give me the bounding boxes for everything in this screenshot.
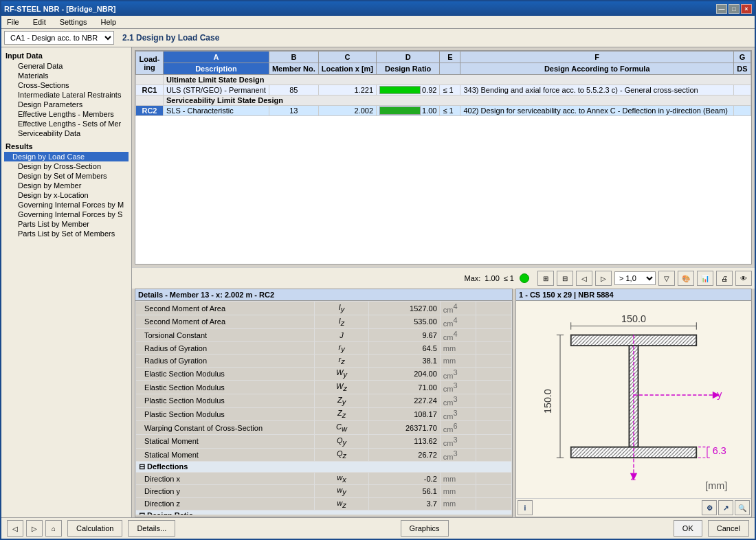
ctrl-btn-view[interactable]: 👁	[735, 271, 752, 286]
window-title: RF-STEEL NBR - [Bridge_NBR]	[4, 5, 115, 13]
detail-value-j: 9.67	[368, 328, 440, 342]
sls-label: Serviceability Limit State Design	[164, 95, 751, 106]
filter-dropdown[interactable]: > 1,0	[614, 271, 656, 285]
info-button[interactable]: i	[518, 500, 533, 515]
ctrl-btn-color[interactable]: 🎨	[678, 271, 694, 286]
graphics-export-btn[interactable]: ↗	[718, 500, 733, 515]
details-button[interactable]: Details...	[128, 520, 175, 537]
detail-unit-wy2: mm	[440, 485, 476, 497]
detail-unit-iy: cm4	[440, 302, 476, 315]
sidebar-item-serviceability[interactable]: Serviceability Data	[4, 128, 129, 138]
sidebar-item-materials[interactable]: Materials	[4, 71, 129, 80]
sidebar-section-results: Results	[4, 141, 129, 152]
close-button[interactable]: ×	[741, 4, 752, 14]
ctrl-btn-chart[interactable]: 📊	[697, 271, 713, 286]
maximize-button[interactable]: □	[729, 4, 740, 14]
sidebar-section-input: Input Data	[4, 50, 129, 61]
sidebar-item-parts-list-member[interactable]: Parts List by Member	[4, 219, 129, 229]
ctrl-btn-prev[interactable]: ◁	[576, 271, 592, 286]
th-design-ratio: Design Ratio	[377, 63, 440, 75]
sidebar-item-design-cross-section[interactable]: Design by Cross-Section	[4, 161, 129, 171]
detail-symbol-j: J	[315, 328, 368, 342]
max-label: Max:	[465, 274, 481, 282]
minimize-button[interactable]: —	[716, 4, 727, 14]
detail-row-qz: Statical Moment Qz 26.72 cm3	[136, 448, 512, 462]
cancel-button[interactable]: Cancel	[708, 520, 749, 537]
green-circle-icon	[520, 273, 529, 283]
detail-unit-rz: mm	[440, 355, 476, 367]
detail-unit-wy: cm3	[440, 367, 476, 381]
ctrl-btn-copy[interactable]: ⊞	[537, 271, 554, 286]
max-le: ≤ 1	[504, 274, 514, 282]
detail-unit-wz: cm3	[440, 381, 476, 394]
sidebar-item-design-set-members[interactable]: Design by Set of Members	[4, 171, 129, 181]
controls-bar: Max: 1.00 ≤ 1 ⊞ ⊟ ◁ ▷ > 1,0 ▽ 🎨 📊 🖨 👁	[132, 267, 755, 289]
graphics-button[interactable]: Graphics	[401, 520, 449, 537]
sidebar-item-general-data[interactable]: General Data	[4, 61, 129, 71]
ctrl-btn-next[interactable]: ▷	[595, 271, 612, 286]
rc2-le: ≤ 1	[440, 106, 460, 116]
ok-button[interactable]: OK	[674, 520, 702, 537]
detail-value-ry: 64.5	[368, 342, 440, 355]
detail-value-zz: 108.17	[368, 407, 440, 421]
lower-area: Details - Member 13 - x: 2.002 m - RC2	[132, 289, 755, 517]
detail-symbol-wy2: wy	[315, 485, 368, 497]
detail-unit-cw: cm6	[440, 421, 476, 435]
sidebar-item-eff-lengths-sets[interactable]: Effective Lengths - Sets of Mer	[4, 119, 129, 128]
sidebar-item-lateral-restraints[interactable]: Intermediate Lateral Restraints	[4, 90, 129, 100]
table-row-rc2[interactable]: RC2 SLS - Characteristic 13 2.002 1.00	[136, 106, 751, 116]
menu-file[interactable]: File	[4, 16, 22, 27]
ctrl-btn-filter[interactable]: ▽	[658, 271, 675, 286]
th-a[interactable]: A	[164, 52, 269, 63]
detail-label-wx: Direction x	[136, 473, 315, 485]
table-container: Load-ing A B C D E F G Description	[135, 50, 752, 265]
ctrl-btn-print[interactable]: 🖨	[716, 271, 733, 286]
detail-value-qy: 113.62	[368, 434, 440, 448]
ca-dropdown[interactable]: CA1 - Design acc. to NBR	[4, 31, 114, 45]
sidebar-item-design-parameters[interactable]: Design Parameters	[4, 100, 129, 109]
graphics-zoom-btn[interactable]: 🔍	[735, 500, 750, 515]
nav-btn-home[interactable]: ⌂	[45, 520, 62, 537]
table-row-rc1[interactable]: RC1 ULS (STR/GEO) - Permanent 85 1.221 0…	[136, 85, 751, 95]
svg-text:150.0: 150.0	[621, 314, 646, 325]
sidebar-item-design-x-location[interactable]: Design by x-Location	[4, 190, 129, 200]
nav-btn-fwd[interactable]: ▷	[26, 520, 43, 537]
svg-text:150.0: 150.0	[542, 389, 553, 414]
detail-symbol-wz: Wz	[315, 381, 368, 394]
results-table: Load-ing A B C D E F G Description	[135, 51, 751, 116]
graphics-settings-btn[interactable]: ⚙	[702, 500, 717, 515]
sidebar-item-governing-forces-s[interactable]: Governing Internal Forces by S	[4, 210, 129, 219]
detail-row-ry: Radius of Gyration ry 64.5 mm	[136, 342, 512, 355]
sidebar-item-cross-sections[interactable]: Cross-Sections	[4, 80, 129, 90]
detail-label-iy: Second Moment of Area	[136, 302, 315, 315]
menu-settings[interactable]: Settings	[57, 16, 90, 27]
menu-help[interactable]: Help	[98, 16, 119, 27]
sidebar-item-parts-list-set[interactable]: Parts List by Set of Members	[4, 229, 129, 238]
detail-value-iz: 535.00	[368, 315, 440, 328]
rc2-location: 2.002	[318, 106, 376, 116]
sidebar-item-governing-forces-m[interactable]: Governing Internal Forces by M	[4, 200, 129, 210]
th-c: C	[318, 52, 376, 63]
detail-symbol-wx: wx	[315, 473, 368, 485]
detail-value-zy: 227.24	[368, 394, 440, 407]
detail-label-wy2: Direction y	[136, 485, 315, 497]
sidebar-item-eff-lengths-members[interactable]: Effective Lengths - Members	[4, 109, 129, 119]
detail-section-design-ratio: ⊟ Design Ratio	[136, 510, 512, 515]
detail-value-cw: 26371.70	[368, 421, 440, 435]
nav-btn-back[interactable]: ◁	[7, 520, 23, 537]
deflections-label: ⊟ Deflections	[136, 462, 512, 473]
calculation-button[interactable]: Calculation	[67, 520, 122, 537]
window: RF-STEEL NBR - [Bridge_NBR] — □ × File E…	[0, 0, 756, 540]
detail-row-wx: Direction x wx -0.2 mm	[136, 473, 512, 485]
detail-row-zy: Plastic Section Modulus Zy 227.24 cm3	[136, 394, 512, 407]
rc1-formula: 343) Bending and axial force acc. to 5.5…	[460, 85, 734, 95]
rc1-member: 85	[269, 85, 318, 95]
th-d: D	[377, 52, 440, 63]
th-loading: Load-ing	[136, 52, 164, 75]
ctrl-btn-export[interactable]: ⊟	[557, 271, 573, 286]
menu-edit[interactable]: Edit	[30, 16, 49, 27]
graphics-header: 1 - CS 150 x 29 | NBR 5884	[516, 289, 751, 301]
rc1-ratio-bar	[379, 86, 421, 94]
sidebar-item-design-member[interactable]: Design by Member	[4, 181, 129, 190]
sidebar-item-design-load-case[interactable]: Design by Load Case	[4, 152, 129, 161]
